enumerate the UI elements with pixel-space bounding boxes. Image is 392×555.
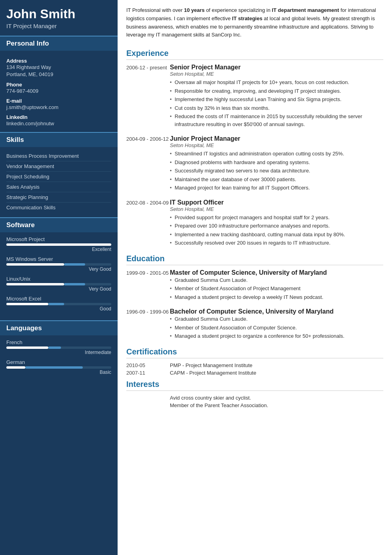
skills-content: Business Process ImprovementVendor Manag… — [0, 147, 118, 216]
language-item: GermanBasic — [6, 359, 111, 375]
experience-entry: 2004-09 - 2006-12Junior Project ManagerS… — [126, 135, 383, 193]
job-title: Senior Project Manager — [170, 64, 383, 71]
skill-bar — [6, 283, 111, 285]
bullet-item: Maintained the user database of over 300… — [170, 176, 383, 184]
skill-item: Project Scheduling — [6, 172, 111, 182]
software-name: Linux/Unix — [6, 276, 111, 282]
interest-item: Member of the Parent Teacher Association… — [170, 402, 383, 408]
header-section: John Smith IT Project Manager — [0, 0, 118, 35]
experience-title: Experience — [126, 49, 383, 60]
skill-item: Strategic Planning — [6, 192, 111, 203]
bullet-item: Managed project for lean training for al… — [170, 184, 383, 192]
education-title: Education — [126, 254, 383, 265]
entry-body: Junior Project ManagerSeton Hospital, ME… — [170, 135, 383, 193]
bullet-item: Managed a student project to develop a w… — [170, 293, 383, 301]
skill-bar — [6, 243, 111, 246]
company-name: Seton Hospital, ME — [170, 71, 383, 77]
entry-body: Bachelor of Computer Science, University… — [170, 308, 383, 341]
bullet-item: Oversaw all major hospital IT projects f… — [170, 78, 383, 86]
software-name: MS Windows Server — [6, 256, 111, 262]
personal-info-title: Personal Info — [0, 36, 118, 51]
education-entry: 1999-09 - 2001-05Master of Computer Scie… — [126, 269, 383, 302]
cert-text: CAPM - Project Management Institute — [170, 370, 256, 376]
bullet-item: Successfully migrated two servers to new… — [170, 167, 383, 175]
software-item: MS Windows ServerVery Good — [6, 256, 111, 272]
entry-date: 1996-09 - 1999-06 — [126, 308, 170, 341]
bullet-item: Reduced the costs of IT maintenance in 2… — [170, 113, 383, 128]
job-title: IT Support Officer — [170, 199, 383, 206]
entry-body: IT Support OfficerSeton Hospital, MEProv… — [170, 199, 383, 248]
main-content: IT Professional with over 10 years of ex… — [118, 0, 392, 555]
skill-level-label: Good — [6, 306, 111, 312]
degree-title: Bachelor of Computer Science, University… — [170, 308, 383, 315]
skill-item: Vendor Management — [6, 161, 111, 172]
address-label: Address — [6, 58, 111, 64]
skill-bar — [6, 263, 111, 266]
cert-date: 2007-11 — [126, 370, 170, 376]
certifications-title: Certifications — [126, 347, 383, 358]
language-bar — [6, 366, 111, 369]
skill-bar — [6, 303, 111, 305]
entry-body: Master of Computer Science, University o… — [170, 269, 383, 302]
candidate-title: IT Project Manager — [6, 23, 111, 29]
bullet-item: Member of Student Association of Project… — [170, 285, 383, 293]
linkedin-label: LinkedIn — [6, 114, 111, 120]
bullet-item: Provided support for project managers an… — [170, 214, 383, 222]
certifications-section: 2010-05PMP - Project Management Institut… — [126, 362, 383, 376]
software-title: Software — [0, 217, 118, 232]
bullet-item: Member of Student Association of Compute… — [170, 324, 383, 332]
phone-label: Phone — [6, 82, 111, 88]
address-line2: Portland, ME, 04019 — [6, 71, 111, 78]
company-name: Seton Hospital, ME — [170, 206, 383, 212]
experience-section: 2006-12 - presentSenior Project ManagerS… — [126, 64, 383, 248]
skills-title: Skills — [0, 132, 118, 147]
skill-item: Sales Analysis — [6, 182, 111, 192]
skill-level-label: Excellent — [6, 247, 111, 252]
entry-date: 2006-12 - present — [126, 64, 170, 129]
certification-item: 2010-05PMP - Project Management Institut… — [126, 362, 383, 368]
bullet-item: Streamlined IT logistics and administrat… — [170, 150, 383, 158]
entry-date: 2004-09 - 2006-12 — [126, 135, 170, 193]
language-name: French — [6, 339, 111, 345]
entry-date: 1999-09 - 2001-05 — [126, 269, 170, 302]
languages-title: Languages — [0, 320, 118, 335]
bullet-item: Graduated Summa Cum Laude. — [170, 276, 383, 284]
language-bar — [6, 346, 111, 349]
software-name: Microsoft Project — [6, 236, 111, 242]
bullet-item: Successfully resolved over 200 issues in… — [170, 239, 383, 247]
company-name: Seton Hospital, ME — [170, 142, 383, 148]
language-level-label: Intermediate — [6, 350, 111, 355]
entry-date: 2002-08 - 2004-09 — [126, 199, 170, 248]
experience-entry: 2006-12 - presentSenior Project ManagerS… — [126, 64, 383, 129]
skill-item: Business Process Improvement — [6, 151, 111, 161]
entry-body: Senior Project ManagerSeton Hospital, ME… — [170, 64, 383, 129]
phone-value: 774-987-4009 — [6, 88, 111, 95]
interest-item: Avid cross country skier and cyclist. — [170, 395, 383, 401]
cert-date: 2010-05 — [126, 362, 170, 368]
software-content: Microsoft ProjectExcellentMS Windows Ser… — [0, 232, 118, 320]
languages-content: FrenchIntermediateGermanBasic — [0, 335, 118, 383]
interests-title: Interests — [126, 380, 383, 391]
skill-level-label: Very Good — [6, 266, 111, 272]
candidate-name: John Smith — [6, 7, 111, 21]
bullet-item: Managed a student project to organize a … — [170, 332, 383, 340]
email-value: j.smith@uptowork.com — [6, 104, 111, 111]
bullet-item: Implemented the highly successful Lean T… — [170, 96, 383, 103]
language-name: German — [6, 359, 111, 365]
software-item: Microsoft ProjectExcellent — [6, 236, 111, 252]
bullet-item: Implemented a new tracking dashboard, cu… — [170, 231, 383, 239]
education-entry: 1996-09 - 1999-06Bachelor of Computer Sc… — [126, 308, 383, 341]
education-section: 1999-09 - 2001-05Master of Computer Scie… — [126, 269, 383, 341]
software-name: Microsoft Excel — [6, 296, 111, 302]
bullet-item: Graduated Summa Cum Laude. — [170, 315, 383, 323]
certification-item: 2007-11CAPM - Project Management Institu… — [126, 370, 383, 376]
software-item: Linux/UnixVery Good — [6, 276, 111, 292]
skill-level-label: Very Good — [6, 286, 111, 292]
experience-entry: 2002-08 - 2004-09IT Support OfficerSeton… — [126, 199, 383, 248]
job-title: Junior Project Manager — [170, 135, 383, 142]
interests-section: Avid cross country skier and cyclist.Mem… — [126, 395, 383, 408]
skill-item: Communication Skills — [6, 203, 111, 212]
summary-section: IT Professional with over 10 years of ex… — [126, 6, 383, 43]
language-level-label: Basic — [6, 369, 111, 375]
degree-title: Master of Computer Science, University o… — [170, 269, 383, 276]
